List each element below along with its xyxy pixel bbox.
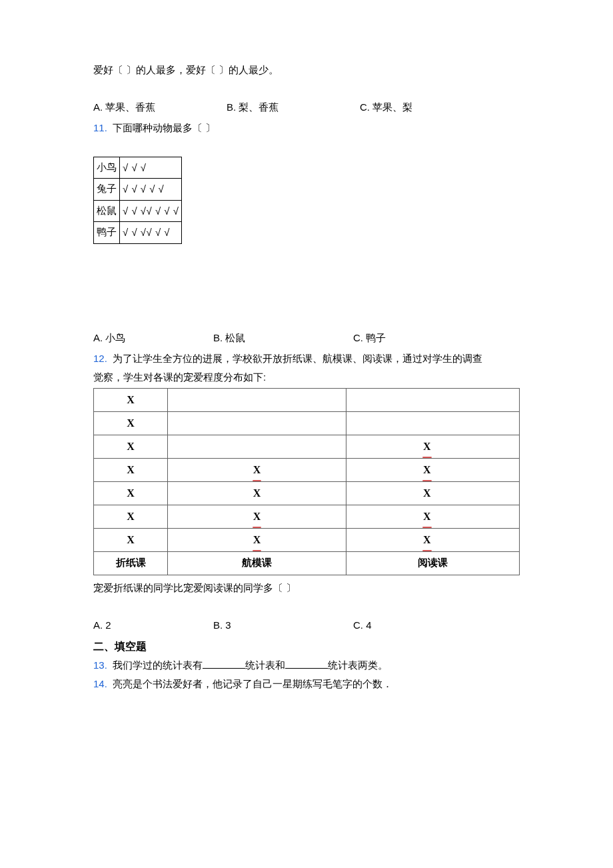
q10-option-b[interactable]: B. 梨、香蕉 (227, 99, 360, 116)
table-row: 折纸课 航模课 阅读课 (94, 552, 520, 575)
x-mark: X (127, 511, 135, 522)
q11-prompt: 下面哪种动物最多〔 〕 (113, 122, 215, 133)
x-mark: X (423, 487, 431, 499)
animal-ticks: √ √ √√ √ √ (120, 222, 182, 244)
x-mark: X (127, 417, 135, 429)
q13-line: 13. 我们学过的统计表有统计表和统计表两类。 (93, 657, 520, 674)
table-row: X X X (94, 529, 520, 552)
animal-label: 小鸟 (94, 157, 120, 179)
blank-input[interactable] (285, 659, 328, 669)
col-header-zhezhi: 折纸课 (94, 552, 168, 575)
q12-line1: 12. 为了让学生全方位的进展，学校欲开放折纸课、航模课、阅读课，通过对学生的调… (93, 350, 520, 367)
x-mark: X (423, 531, 431, 549)
q12-tail: 宠爱折纸课的同学比宠爱阅读课的同学多〔 〕 (93, 579, 520, 597)
q13-mid: 统计表和 (245, 659, 285, 671)
q11-option-b[interactable]: B. 松鼠 (213, 329, 353, 347)
x-mark: X (127, 487, 135, 499)
q10-option-c[interactable]: C. 苹果、梨 (360, 99, 493, 116)
q11-option-c[interactable]: C. 鸭子 (353, 329, 473, 347)
q12-option-c[interactable]: C. 4 (353, 617, 473, 634)
x-mark: X (423, 461, 431, 479)
x-mark: X (423, 507, 431, 525)
table-row: 兔子 √ √ √ √ √ (94, 179, 182, 201)
q12-option-a[interactable]: A. 2 (93, 617, 213, 634)
q11-options: A. 小鸟 B. 松鼠 C. 鸭子 (93, 329, 520, 347)
q11-table: 小鸟 √ √ √ 兔子 √ √ √ √ √ 松鼠 √ √ √√ √ √ √ 鸭子… (93, 157, 520, 244)
q14-number: 14. (93, 678, 107, 689)
q11-line: 11. 下面哪种动物最多〔 〕 (93, 119, 520, 137)
q12-line2: 觉察，学生对各课的宠爱程度分布如下: (93, 369, 520, 386)
x-mark: X (127, 441, 135, 452)
q12-options: A. 2 B. 3 C. 4 (93, 617, 520, 634)
animal-label: 兔子 (94, 179, 120, 201)
x-mark: X (127, 534, 135, 545)
x-mark: X (253, 507, 261, 525)
x-mark: X (423, 437, 431, 455)
table-row: 松鼠 √ √ √√ √ √ √ (94, 200, 182, 222)
q12-option-b[interactable]: B. 3 (213, 617, 353, 634)
q13-number: 13. (93, 659, 107, 671)
animal-label: 松鼠 (94, 200, 120, 222)
q10-option-a[interactable]: A. 苹果、香蕉 (93, 99, 227, 116)
q14-line: 14. 亮亮是个书法爱好者，他记录了自己一星期练写毛笔字的个数． (93, 675, 520, 693)
table-row: X X X (94, 459, 520, 482)
table-row: 鸭子 √ √ √√ √ √ (94, 222, 182, 244)
q11-option-a[interactable]: A. 小鸟 (93, 329, 213, 347)
q12-table: X X X X X X X X X X X X X X (93, 388, 520, 575)
table-row: 小鸟 √ √ √ (94, 157, 182, 179)
table-row: X X X (94, 482, 520, 505)
blank-input[interactable] (203, 659, 245, 669)
animal-ticks: √ √ √ √ √ (120, 179, 182, 201)
q10-line: 爱好〔 〕的人最多，爱好〔 〕的人最少。 (93, 61, 520, 79)
col-header-yuedu: 阅读课 (346, 552, 520, 575)
x-mark: X (127, 464, 135, 475)
q11-number: 11. (93, 122, 107, 133)
q14-text: 亮亮是个书法爱好者，他记录了自己一星期练写毛笔字的个数． (113, 678, 392, 689)
table-row: X X X (94, 505, 520, 529)
table-row: X X (94, 435, 520, 459)
section-title-fill: 二、填空题 (93, 637, 520, 655)
q10-options: A. 苹果、香蕉 B. 梨、香蕉 C. 苹果、梨 (93, 99, 520, 116)
x-mark: X (253, 461, 261, 479)
q12-number: 12. (93, 353, 107, 364)
col-header-hangmo: 航模课 (168, 552, 346, 575)
animal-ticks: √ √ √ (120, 157, 182, 179)
table-row: X (94, 412, 520, 435)
q12-text1: 为了让学生全方位的进展，学校欲开放折纸课、航模课、阅读课，通过对学生的调查 (113, 353, 482, 364)
q13-before: 我们学过的统计表有 (113, 659, 203, 671)
animal-label: 鸭子 (94, 222, 120, 244)
x-mark: X (253, 487, 261, 499)
x-mark: X (127, 394, 135, 405)
table-row: X (94, 389, 520, 412)
x-mark: X (253, 531, 261, 549)
animal-ticks: √ √ √√ √ √ √ (120, 200, 182, 222)
q13-after: 统计表两类。 (328, 659, 388, 671)
